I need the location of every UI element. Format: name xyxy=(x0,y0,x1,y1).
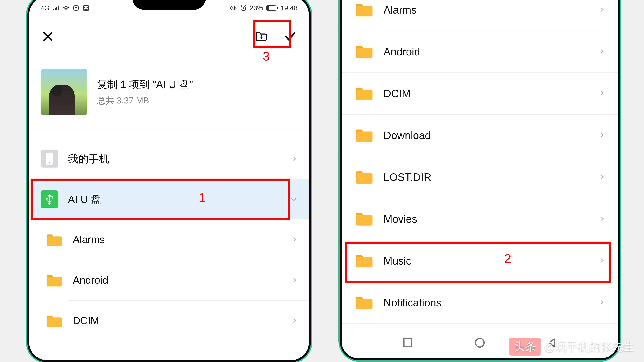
folder-label: DCIM xyxy=(73,315,288,327)
svg-point-5 xyxy=(86,6,88,7)
folder-row[interactable]: DCIM xyxy=(342,73,618,115)
folder-icon xyxy=(354,294,374,311)
signal-strength-label: 4G xyxy=(40,4,50,12)
screen-left: 4G xyxy=(29,0,309,360)
svg-point-11 xyxy=(48,162,50,164)
annotation-label-1: 1 xyxy=(199,190,206,205)
battery-icon xyxy=(266,4,278,11)
folder-row[interactable]: DCIM xyxy=(29,301,309,341)
chevron-right-icon xyxy=(598,174,605,181)
folder-label: Android xyxy=(73,274,288,286)
app-icon-1 xyxy=(72,4,80,11)
usb-icon xyxy=(40,190,58,208)
annotation-label-3: 3 xyxy=(263,49,270,63)
svg-point-0 xyxy=(74,5,79,11)
locations-list: 我的手机 AI U 盘 xyxy=(29,139,309,341)
annotation-label-2: 2 xyxy=(504,251,511,266)
folder-icon xyxy=(46,312,63,330)
folder-label: Music xyxy=(384,255,598,267)
location-label-phone: 我的手机 xyxy=(68,152,288,166)
chevron-right-icon xyxy=(598,132,605,139)
clipboard-subtitle: 总共 3.37 MB xyxy=(97,95,193,106)
signal-bars-icon xyxy=(52,4,60,11)
close-button[interactable] xyxy=(40,29,55,44)
tutorial-stage: 4G xyxy=(0,0,644,362)
divider xyxy=(68,341,309,341)
svg-rect-13 xyxy=(404,339,412,347)
location-row-usb[interactable]: AI U 盘 xyxy=(29,179,309,219)
folder-icon xyxy=(46,231,63,248)
svg-point-1 xyxy=(74,7,76,8)
chevron-right-icon xyxy=(598,6,605,13)
folder-label: Movies xyxy=(384,213,598,225)
svg-rect-8 xyxy=(277,7,278,9)
screen-right: Alarms Android DCIM Download xyxy=(342,0,618,359)
phone-frame-right: Alarms Android DCIM Download xyxy=(340,0,620,361)
action-bar xyxy=(29,24,309,49)
folder-row[interactable]: Download xyxy=(342,115,618,156)
watermark-handle: @玩手机的张先生 xyxy=(544,339,634,354)
folder-row[interactable]: Alarms xyxy=(342,0,618,31)
folder-icon xyxy=(354,252,374,270)
folder-row[interactable]: Music xyxy=(342,240,618,282)
nav-recent-button[interactable] xyxy=(402,337,414,349)
folder-list-left: Alarms Android DCIM xyxy=(29,219,309,341)
folder-icon xyxy=(354,1,374,18)
svg-point-12 xyxy=(48,203,50,205)
chevron-right-icon xyxy=(598,90,605,97)
clipboard-title: 复制 1 项到 "AI U 盘" xyxy=(97,77,193,91)
folder-row[interactable]: LOST.DIR xyxy=(342,156,618,198)
folder-label: Android xyxy=(384,45,598,58)
confirm-button[interactable] xyxy=(283,29,298,44)
svg-rect-9 xyxy=(267,6,269,10)
phone-icon xyxy=(40,150,58,168)
watermark: 头条 @玩手机的张先生 xyxy=(509,338,634,356)
folder-icon xyxy=(354,168,374,186)
folder-row[interactable]: Movies xyxy=(342,198,618,240)
nav-home-button[interactable] xyxy=(474,337,486,349)
clipboard-summary: 复制 1 项到 "AI U 盘" 总共 3.37 MB xyxy=(29,64,309,130)
folder-row[interactable]: Alarms xyxy=(29,219,309,260)
chevron-right-icon xyxy=(598,257,605,264)
svg-point-4 xyxy=(84,6,85,7)
svg-point-2 xyxy=(76,7,78,8)
new-folder-button[interactable] xyxy=(254,29,268,44)
folder-row[interactable]: Android xyxy=(29,260,309,300)
clock: 19:48 xyxy=(280,4,298,12)
folder-icon xyxy=(354,85,374,102)
folder-icon xyxy=(46,271,63,289)
folder-row[interactable]: Android xyxy=(342,31,618,73)
chevron-right-icon xyxy=(598,215,605,223)
folder-label: Alarms xyxy=(73,234,288,246)
chevron-down-icon xyxy=(288,195,298,203)
location-row-phone[interactable]: 我的手机 xyxy=(29,139,309,179)
chevron-right-icon xyxy=(288,318,298,324)
alarm-icon xyxy=(240,4,247,11)
folder-label: Alarms xyxy=(384,4,598,16)
clipboard-thumbnail xyxy=(40,69,87,115)
watermark-source: 头条 xyxy=(509,338,541,356)
chevron-right-icon xyxy=(288,236,298,243)
chevron-right-icon xyxy=(288,156,298,162)
folder-icon xyxy=(354,43,374,60)
folder-label: LOST.DIR xyxy=(384,171,598,183)
eye-icon xyxy=(230,4,237,11)
folder-icon xyxy=(354,210,374,228)
phone-frame-left: 4G xyxy=(27,0,311,362)
app-icon-2 xyxy=(82,4,90,11)
folder-label: Notifications xyxy=(384,297,598,309)
location-label-usb: AI U 盘 xyxy=(68,192,288,206)
battery-percent: 23% xyxy=(250,4,263,12)
chevron-right-icon xyxy=(598,299,605,306)
folder-label: Download xyxy=(384,129,598,141)
svg-point-14 xyxy=(476,338,484,347)
display-notch xyxy=(132,0,206,10)
folder-label: DCIM xyxy=(384,87,598,100)
folder-list-right: Alarms Android DCIM Download xyxy=(342,0,618,324)
chevron-right-icon xyxy=(598,48,605,55)
folder-icon xyxy=(354,127,374,144)
wifi-icon xyxy=(62,4,70,11)
chevron-right-icon xyxy=(288,277,298,283)
folder-row[interactable]: Notifications xyxy=(342,282,618,324)
